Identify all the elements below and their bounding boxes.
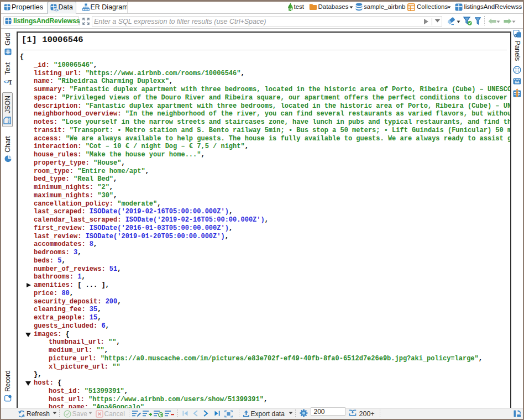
svg-text:<>: <> [54, 8, 58, 11]
svg-text:T: T [8, 79, 12, 86]
svg-text:JSON: JSON [7, 117, 10, 123]
